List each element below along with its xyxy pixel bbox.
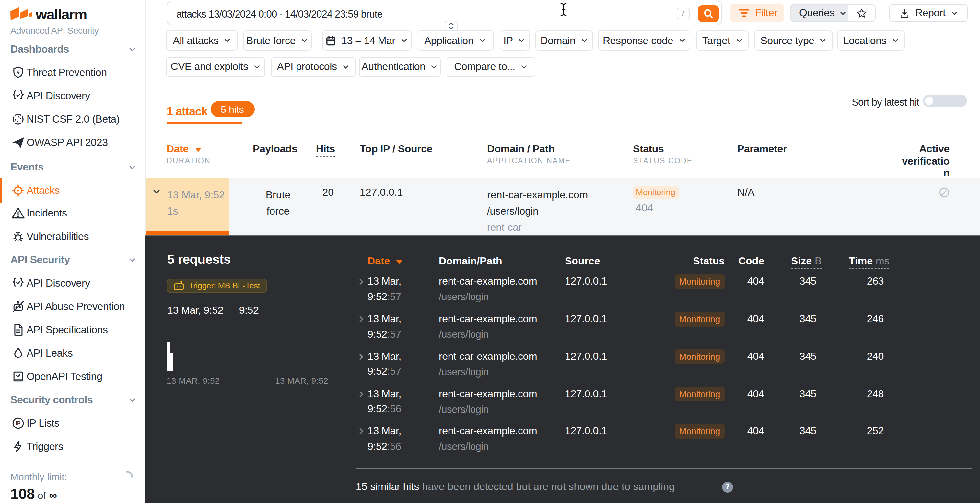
svg-text:IP: IP [16, 420, 21, 426]
